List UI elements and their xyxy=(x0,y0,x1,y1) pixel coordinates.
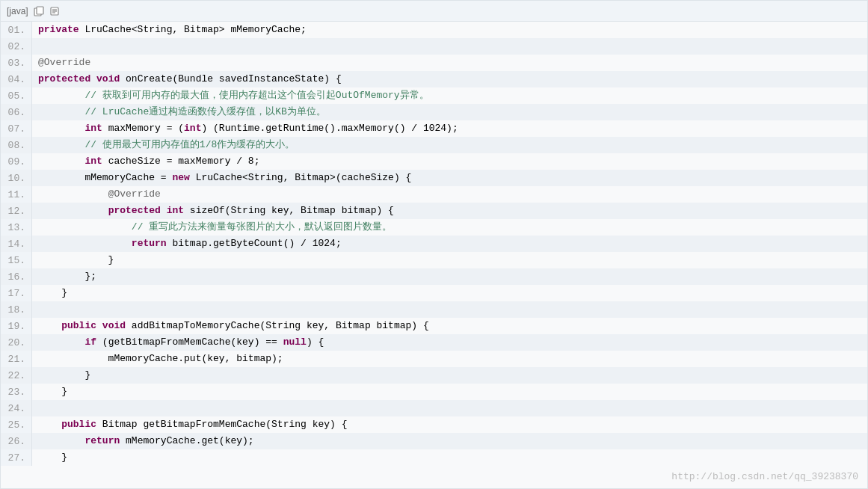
code-token: } xyxy=(38,384,67,400)
line-number: 09. xyxy=(1,153,31,170)
code-token xyxy=(161,203,167,219)
code-token: } xyxy=(38,367,90,384)
code-line: mMemoryCache.put(key, bitmap); xyxy=(32,351,867,367)
code-token: @Override xyxy=(38,55,90,71)
code-line: int cacheSize = maxMemory / 8; xyxy=(32,153,867,170)
code-token: mMemoryCache.put(key, bitmap); xyxy=(38,351,283,367)
code-token: int xyxy=(167,203,184,219)
code-token xyxy=(38,120,84,137)
code-token: maxMemory = ( xyxy=(102,120,184,137)
code-token: mMemoryCache.get(key); xyxy=(120,433,253,449)
code-line: public void addBitmapToMemoryCache(Strin… xyxy=(32,318,867,334)
code-token: return xyxy=(132,236,167,252)
line-number: 20. xyxy=(1,334,31,351)
line-number: 10. xyxy=(1,170,31,186)
line-number: 03. xyxy=(1,55,31,71)
code-token xyxy=(38,104,84,120)
code-token xyxy=(38,433,84,449)
code-lines: private LruCache<String, Bitmap> mMemory… xyxy=(32,22,867,466)
code-line: @Override xyxy=(32,186,867,203)
code-token: @Override xyxy=(108,186,161,203)
line-number: 27. xyxy=(1,449,31,466)
code-token: ) { xyxy=(307,334,324,351)
code-token: int xyxy=(84,153,102,170)
code-token xyxy=(38,153,84,170)
line-number: 17. xyxy=(1,285,31,301)
line-number: 01. xyxy=(1,22,31,38)
code-token: // 使用最大可用内存值的1/8作为缓存的大小。 xyxy=(84,137,295,153)
code-token xyxy=(38,203,108,219)
code-line: private LruCache<String, Bitmap> mMemory… xyxy=(32,22,867,38)
code-line: } xyxy=(32,367,867,384)
code-line: // 重写此方法来衡量每张图片的大小，默认返回图片数量。 xyxy=(32,219,867,236)
line-number: 15. xyxy=(1,252,31,268)
code-line: } xyxy=(32,384,867,400)
line-number: 21. xyxy=(1,351,31,367)
line-number: 19. xyxy=(1,318,31,334)
code-line: } xyxy=(32,252,867,268)
code-area: 01.02.03.04.05.06.07.08.09.10.11.12.13.1… xyxy=(1,22,867,466)
code-token xyxy=(38,186,108,203)
code-line: public Bitmap getBitmapFromMemCache(Stri… xyxy=(32,416,867,433)
code-line: // 获取到可用内存的最大值，使用内存超出这个值会引起OutOfMemory异常… xyxy=(32,87,867,104)
code-token: protected xyxy=(108,203,161,219)
code-token: sizeOf(String key, Bitmap bitmap) { xyxy=(184,203,394,219)
code-line: protected void onCreate(Bundle savedInst… xyxy=(32,71,867,87)
code-token: addBitmapToMemoryCache(String key, Bitma… xyxy=(126,318,429,334)
code-token: Bitmap getBitmapFromMemCache(String key)… xyxy=(96,416,347,433)
code-token xyxy=(38,236,132,252)
code-token: // 获取到可用内存的最大值，使用内存超出这个值会引起OutOfMemory异常… xyxy=(84,87,428,104)
line-number: 12. xyxy=(1,203,31,219)
code-line xyxy=(32,38,867,55)
code-line: @Override xyxy=(32,55,867,71)
code-token: }; xyxy=(38,268,96,285)
code-token: // LruCache通过构造函数传入缓存值，以KB为单位。 xyxy=(84,104,325,120)
code-token xyxy=(38,137,84,153)
line-number: 18. xyxy=(1,301,31,318)
code-token: } xyxy=(38,252,114,268)
code-token: LruCache<String, Bitmap> mMemoryCache; xyxy=(79,22,307,38)
code-line: mMemoryCache = new LruCache<String, Bitm… xyxy=(32,170,867,186)
code-token: onCreate(Bundle savedInstanceState) { xyxy=(120,71,341,87)
line-number: 05. xyxy=(1,87,31,104)
code-token: int xyxy=(84,120,102,137)
code-token xyxy=(38,87,84,104)
code-token: null xyxy=(283,334,307,351)
code-token: void xyxy=(96,71,120,87)
code-token: // 重写此方法来衡量每张图片的大小，默认返回图片数量。 xyxy=(132,219,392,236)
code-token xyxy=(90,71,96,87)
line-number: 25. xyxy=(1,416,31,433)
line-number: 26. xyxy=(1,433,31,449)
code-token: void xyxy=(102,318,126,334)
code-token: cacheSize = maxMemory / 8; xyxy=(102,153,260,170)
code-token xyxy=(38,416,61,433)
code-token: (getBitmapFromMemCache(key) == xyxy=(96,334,283,351)
code-token: if xyxy=(84,334,96,351)
line-number: 11. xyxy=(1,186,31,203)
code-token: bitmap.getByteCount() / 1024; xyxy=(167,236,342,252)
svg-rect-1 xyxy=(37,7,43,14)
line-number: 16. xyxy=(1,268,31,285)
code-token: LruCache<String, Bitmap>(cacheSize) { xyxy=(190,170,411,186)
toolbar-lang: [java] xyxy=(7,6,28,16)
code-line: return bitmap.getByteCount() / 1024; xyxy=(32,236,867,252)
code-token xyxy=(38,219,132,236)
watermark: http://blog.csdn.net/qq_39238370 xyxy=(671,471,858,482)
code-token: ) (Runtime.getRuntime().maxMemory() / 10… xyxy=(201,120,458,137)
code-line: if (getBitmapFromMemCache(key) == null) … xyxy=(32,334,867,351)
code-token xyxy=(38,334,84,351)
editor-container: [java] 01.02.03.04.05.06.07.08.09.10.11.… xyxy=(0,0,868,489)
code-token: public xyxy=(61,416,96,433)
code-line: // 使用最大可用内存值的1/8作为缓存的大小。 xyxy=(32,137,867,153)
code-token: private xyxy=(38,22,79,38)
code-token: protected xyxy=(38,71,90,87)
code-line: int maxMemory = (int) (Runtime.getRuntim… xyxy=(32,120,867,137)
code-line xyxy=(32,301,867,318)
code-line: } xyxy=(32,449,867,466)
copy-icon[interactable] xyxy=(33,5,45,17)
code-token: } xyxy=(38,285,67,301)
line-number: 14. xyxy=(1,236,31,252)
line-number: 07. xyxy=(1,120,31,137)
line-number: 24. xyxy=(1,400,31,416)
edit-icon[interactable] xyxy=(49,5,61,17)
